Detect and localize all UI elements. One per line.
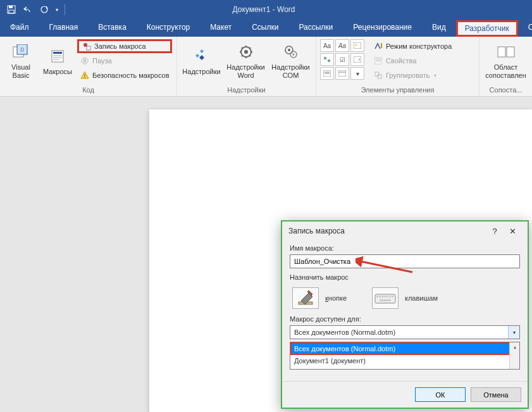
tab-view[interactable]: Вид: [422, 18, 456, 37]
macro-name-input[interactable]: [290, 254, 520, 268]
listbox-scrollbar[interactable]: ▴: [509, 342, 519, 369]
tab-developer[interactable]: Разработчик: [456, 20, 518, 37]
scope-label: Макрос доступен для:: [290, 315, 520, 323]
ribbon-group-code: ⟨⟩ Visual Basic Макросы Запись макроса П…: [0, 37, 177, 96]
ribbon-tabs: Файл Главная Вставка Конструктор Макет С…: [0, 19, 532, 37]
svg-rect-44: [376, 296, 378, 297]
assign-keyboard-button[interactable]: клавишам: [372, 287, 438, 309]
group-button: Группировать ▾: [371, 68, 454, 82]
addins-icon: [192, 46, 212, 66]
svg-rect-8: [53, 52, 62, 54]
tab-mailings[interactable]: Рассылки: [288, 18, 343, 37]
dropdown-control[interactable]: [320, 67, 334, 80]
svg-rect-45: [379, 296, 381, 297]
dialog-button-row: ОК Отмена: [282, 381, 528, 408]
ok-button[interactable]: ОК: [415, 387, 466, 402]
design-mode-button[interactable]: Режим конструктора: [371, 39, 454, 53]
svg-rect-48: [387, 296, 388, 297]
dialog-titlebar: Запись макроса ? ✕: [282, 222, 528, 240]
help-button[interactable]: ?: [486, 227, 504, 236]
scope-listbox[interactable]: Всех документов (Normal.dotm) Документ1 …: [290, 342, 520, 370]
properties-label: Свойства: [386, 57, 416, 65]
tab-references[interactable]: Ссылки: [242, 18, 288, 37]
group-icon: [373, 70, 383, 80]
assign-label: Назначить макрос: [290, 273, 520, 281]
svg-rect-39: [378, 75, 381, 78]
gear-icon: [236, 42, 256, 62]
svg-rect-27: [328, 59, 330, 62]
group-compare-label: Сопоста...: [483, 85, 528, 95]
redo-button[interactable]: [37, 2, 52, 17]
addins-button[interactable]: Надстройки: [181, 39, 222, 82]
list-item[interactable]: Документ1 (документ): [290, 355, 519, 366]
assign-keyboard-label: клавишам: [405, 294, 438, 302]
tab-design[interactable]: Конструктор: [137, 18, 200, 37]
plain-text-control[interactable]: Aa: [335, 39, 349, 52]
pause-label: Пауза: [92, 57, 112, 65]
separator: [65, 4, 65, 15]
com-addins-button[interactable]: Надстройки COM: [269, 39, 312, 82]
date-control[interactable]: [335, 67, 349, 80]
tab-review[interactable]: Рецензирование: [343, 18, 422, 37]
compare-label: Област сопоставлен: [483, 63, 528, 79]
visual-basic-button[interactable]: ⟨⟩ Visual Basic: [4, 39, 38, 82]
picture-control[interactable]: [350, 39, 364, 52]
scroll-up-icon[interactable]: ▴: [510, 342, 519, 351]
svg-point-23: [292, 54, 294, 56]
ribbon-group-compare: Област сопоставлен Сопоста...: [479, 37, 532, 96]
record-macro-button[interactable]: Запись макроса: [77, 39, 172, 53]
svg-rect-16: [85, 59, 87, 63]
scope-selected-value: Всех документов (Normal.dotm): [294, 328, 395, 336]
svg-rect-49: [389, 296, 391, 297]
scope-dropdown[interactable]: Всех документов (Normal.dotm) ▾: [290, 325, 520, 339]
combobox-control[interactable]: [350, 53, 364, 66]
svg-rect-46: [381, 296, 383, 297]
qat-customize-icon[interactable]: ▾: [53, 2, 61, 17]
checkbox-control[interactable]: ☑: [335, 53, 349, 66]
macros-button[interactable]: Макросы: [40, 39, 75, 82]
compare-pane-button[interactable]: Област сопоставлен: [483, 39, 528, 82]
word-addins-button[interactable]: Надстройки Word: [225, 39, 267, 82]
svg-rect-50: [392, 296, 393, 297]
design-mode-label: Режим конструктора: [386, 42, 452, 50]
record-macro-dialog: Запись макроса ? ✕ Имя макроса: Назначит…: [281, 220, 529, 409]
group-controls-label: Элементы управления: [320, 85, 475, 95]
svg-rect-2: [9, 10, 14, 13]
svg-point-14: [82, 58, 88, 64]
chevron-down-icon: ▾: [508, 326, 519, 339]
controls-gallery: Aa Aa ☑ ▾: [320, 39, 364, 80]
assign-button-button[interactable]: кнопке: [292, 287, 347, 309]
window-title: Документ1 - Word: [71, 5, 456, 14]
svg-rect-32: [338, 70, 346, 77]
macro-security-button[interactable]: ! Безопасность макросов: [77, 68, 172, 82]
svg-rect-1: [9, 6, 13, 8]
close-button[interactable]: ✕: [504, 227, 521, 236]
legacy-controls[interactable]: ▾: [350, 67, 364, 80]
svg-rect-47: [384, 296, 386, 297]
svg-rect-51: [380, 299, 391, 301]
ribbon-group-addins: Надстройки Надстройки Word Надстройки CO…: [177, 37, 316, 96]
group-label: Группировать: [386, 72, 430, 79]
rich-text-control[interactable]: Aa: [320, 39, 334, 52]
tab-home[interactable]: Главная: [39, 18, 89, 37]
svg-point-25: [356, 44, 357, 46]
save-button[interactable]: [4, 2, 19, 17]
svg-rect-13: [87, 46, 90, 50]
tab-file[interactable]: Файл: [0, 18, 39, 37]
addins-label: Надстройки: [182, 68, 220, 76]
word-addins-label: Надстройки Word: [225, 63, 267, 79]
ribbon: ⟨⟩ Visual Basic Макросы Запись макроса П…: [0, 37, 532, 97]
cancel-button[interactable]: Отмена: [471, 387, 521, 402]
list-item[interactable]: Всех документов (Normal.dotm): [290, 342, 519, 355]
record-macro-label: Запись макроса: [94, 42, 146, 50]
com-addins-icon: [281, 42, 301, 62]
group-addins-label: Надстройки: [181, 85, 312, 95]
tab-insert[interactable]: Вставка: [88, 18, 137, 37]
tab-layout[interactable]: Макет: [200, 18, 242, 37]
tab-help[interactable]: Справка: [518, 18, 532, 37]
building-block-control[interactable]: [320, 53, 334, 66]
properties-icon: [373, 56, 383, 66]
visual-basic-label: Visual Basic: [4, 63, 38, 79]
undo-button[interactable]: [20, 2, 35, 17]
warning-icon: !: [80, 70, 90, 80]
